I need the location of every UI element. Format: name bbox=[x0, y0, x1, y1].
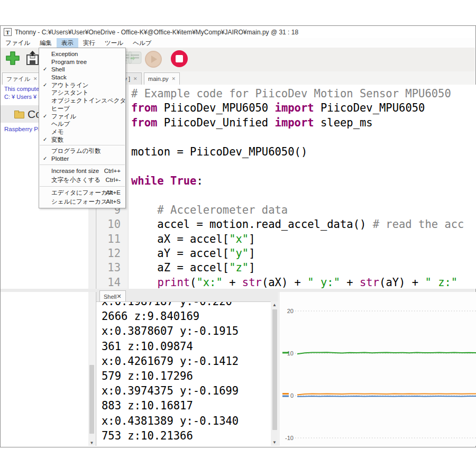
shell-line: x:0.4381389 y:-0.1340 bbox=[102, 414, 271, 428]
code-line: # Accelerometer data bbox=[131, 203, 288, 217]
scrollbar-thumb[interactable] bbox=[272, 309, 277, 430]
menu-item-label: 変数 bbox=[51, 136, 63, 144]
code-line: while True: bbox=[131, 174, 203, 188]
menu-separator bbox=[40, 186, 125, 187]
menu-item-label: シェルにフォーカス bbox=[51, 197, 107, 206]
view-menu-item-ヒープ[interactable]: ヒープ bbox=[39, 105, 125, 113]
step-out-icon bbox=[127, 50, 142, 65]
menubar-item-5[interactable]: ヘルプ bbox=[128, 38, 156, 48]
plotter-chart: 20100-10 bbox=[279, 292, 476, 446]
code-line: motion = PiicoDev_MPU6050() bbox=[131, 145, 307, 159]
scroll-up-icon[interactable]: ▲ bbox=[271, 303, 278, 307]
files-panel-tab-label: ファイル bbox=[6, 75, 30, 83]
view-menu-item-アシスタント[interactable]: アシスタント bbox=[39, 89, 125, 97]
checkmark-icon: ✓ bbox=[43, 66, 47, 74]
code-line: # Example code for PiicoDev Motion Senso… bbox=[131, 87, 451, 101]
checkmark-icon: ✓ bbox=[43, 136, 47, 144]
menubar-item-4[interactable]: ツール bbox=[100, 38, 128, 48]
shell-line: 361 z:10.09874 bbox=[102, 339, 271, 354]
folder-icon bbox=[14, 111, 23, 117]
code-line: aY = accel["y"] bbox=[131, 246, 255, 261]
tab-main-py[interactable]: main.py ✕ bbox=[144, 72, 180, 85]
stop-icon[interactable] bbox=[170, 49, 189, 68]
series-value-marker-z bbox=[282, 352, 289, 353]
code-line: print("x:" + str(aX) + " y:" + str(aY) +… bbox=[131, 276, 457, 289]
close-icon[interactable]: ✕ bbox=[172, 76, 176, 81]
menu-item-label: アシスタント bbox=[51, 89, 89, 97]
checkmark-icon: ✓ bbox=[43, 81, 47, 89]
resume-icon bbox=[144, 50, 162, 68]
line-number: 11 bbox=[99, 232, 121, 246]
series-line-z bbox=[297, 352, 476, 354]
menubar-item-0[interactable]: ファイル bbox=[1, 38, 35, 48]
menu-item-shortcut: Ctrl++ bbox=[104, 167, 121, 176]
menu-item-label: プログラムの引数 bbox=[51, 147, 101, 155]
view-menu-item-オブジェクトインスペクタ[interactable]: オブジェクトインスペクタ bbox=[39, 97, 125, 105]
menubar-item-2[interactable]: 表示 bbox=[57, 38, 78, 48]
view-menu-item-plotter[interactable]: ✓Plotter bbox=[39, 155, 125, 163]
view-menu-item-変数[interactable]: ✓変数 bbox=[39, 136, 125, 144]
shell-line: 753 z:10.21366 bbox=[102, 428, 271, 443]
view-menu-item-シェルにフォーカス[interactable]: シェルにフォーカスAlt+S bbox=[39, 197, 125, 206]
tab-main-py-label: main.py bbox=[148, 76, 169, 82]
view-menu-item-メモ[interactable]: メモ bbox=[39, 128, 125, 136]
close-icon[interactable]: ✕ bbox=[33, 76, 38, 81]
code-line: from PiicoDev_Unified import sleep_ms bbox=[131, 116, 373, 130]
menu-item-label: ファイル bbox=[51, 113, 76, 121]
code-editor[interactable]: 1234567891011121314 # Example code for P… bbox=[96, 85, 476, 289]
line-number: 13 bbox=[99, 261, 121, 275]
menu-item-label: Program tree bbox=[51, 58, 87, 66]
new-file-icon[interactable] bbox=[5, 50, 21, 66]
menu-item-shortcut: Alt+E bbox=[106, 188, 121, 197]
shell-output[interactable]: x:0.1987187 y:-0.2202666 z:9.840169x:0.3… bbox=[96, 301, 271, 446]
code-line: from PiicoDev_MPU6050 import PiicoDev_MP… bbox=[131, 101, 425, 115]
view-menu-item-program-tree[interactable]: Program tree bbox=[39, 58, 125, 66]
menubar-item-1[interactable]: 編集 bbox=[35, 38, 57, 48]
thonny-logo-icon: T bbox=[4, 28, 12, 36]
scroll-down-icon[interactable]: ▼ bbox=[88, 441, 95, 445]
menu-item-shortcut: Alt+S bbox=[106, 197, 121, 206]
view-menu-item-exception[interactable]: Exception bbox=[39, 50, 125, 58]
line-number: 14 bbox=[99, 276, 121, 289]
shell-tab[interactable]: Shell ✕ bbox=[99, 290, 126, 302]
menu-item-label: オブジェクトインスペクタ bbox=[51, 97, 126, 105]
close-icon[interactable]: ✕ bbox=[116, 293, 121, 300]
shell-line: 883 z:10.16817 bbox=[102, 398, 271, 413]
shell-tab-label: Shell bbox=[104, 294, 116, 300]
series-value-marker-y bbox=[282, 396, 289, 397]
view-menu-dropdown: ExceptionProgram tree✓ShellStack✓アウトラインア… bbox=[39, 48, 126, 208]
menu-item-shortcut: Ctrl+- bbox=[106, 176, 121, 185]
window-title: Thonny - C:¥Users¥User¥OneDrive - Office… bbox=[15, 29, 298, 36]
sidebar-item-raspberry-pi[interactable]: Raspberry Pi bbox=[4, 126, 39, 132]
view-menu-item-shell[interactable]: ✓Shell bbox=[39, 66, 125, 74]
view-menu-item-ヘルプ[interactable]: ヘルプ bbox=[39, 120, 125, 128]
view-menu-item-プログラムの引数[interactable]: プログラムの引数 bbox=[39, 147, 125, 155]
shell-line: 579 z:10.17296 bbox=[102, 369, 271, 383]
menu-separator bbox=[40, 164, 125, 165]
scrollbar-thumb[interactable] bbox=[89, 365, 94, 434]
title-bar: T Thonny - C:¥Users¥User¥OneDrive - Offi… bbox=[1, 26, 475, 38]
view-menu-item-アウトライン[interactable]: ✓アウトライン bbox=[39, 81, 125, 89]
menu-item-label: Increase font size bbox=[51, 167, 99, 176]
menu-item-label: アウトライン bbox=[51, 81, 89, 89]
code-line: aZ = accel["z"] bbox=[131, 261, 255, 275]
checkmark-icon: ✓ bbox=[43, 113, 47, 121]
view-menu-item-increase-font-size[interactable]: Increase font sizeCtrl++ bbox=[39, 167, 125, 176]
view-menu-item-ファイル[interactable]: ✓ファイル bbox=[39, 113, 125, 121]
menu-separator bbox=[40, 145, 125, 145]
menu-item-label: Plotter bbox=[51, 155, 69, 163]
shell-line: x:0.4261679 y:-0.1412 bbox=[102, 354, 271, 369]
close-icon[interactable]: ✕ bbox=[133, 76, 138, 81]
view-menu-item-stack[interactable]: Stack bbox=[39, 74, 125, 81]
shell-tab-strip: Shell ✕ bbox=[96, 290, 278, 301]
view-menu-item-文字を小さくする[interactable]: 文字を小さくするCtrl+- bbox=[39, 176, 125, 185]
menubar-item-3[interactable]: 実行 bbox=[78, 38, 100, 48]
files-panel-tab[interactable]: ファイル ✕ bbox=[2, 72, 42, 85]
series-value-marker-x bbox=[282, 393, 289, 395]
line-number: 10 bbox=[99, 217, 121, 232]
menu-item-label: Shell bbox=[51, 66, 65, 74]
shell-scrollbar[interactable]: ▲ ▼ bbox=[271, 301, 278, 446]
y-axis-tick-label: 0 bbox=[290, 392, 294, 399]
view-menu-item-エディタにフォーカス[interactable]: エディタにフォーカスAlt+E bbox=[39, 188, 125, 197]
scroll-down-icon[interactable]: ▼ bbox=[271, 440, 278, 445]
